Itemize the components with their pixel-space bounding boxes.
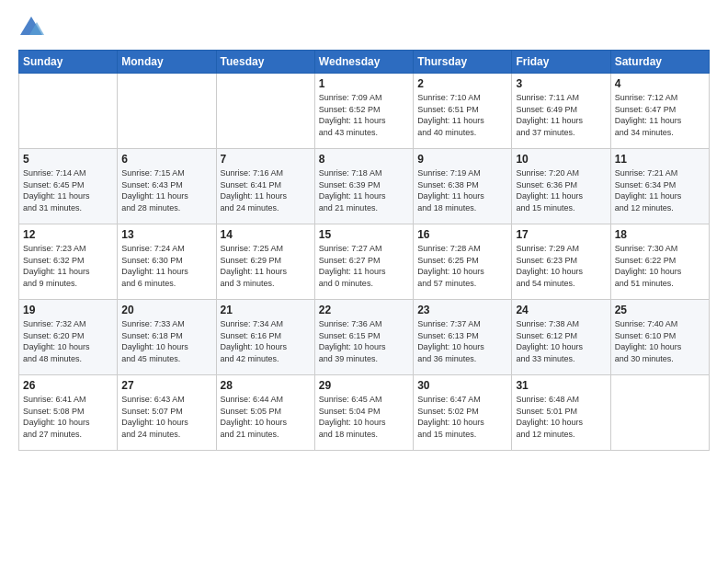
day-number: 9	[417, 153, 507, 166]
day-number: 1	[319, 77, 409, 90]
calendar-cell: 13Sunrise: 7:24 AM Sunset: 6:30 PM Dayli…	[118, 224, 216, 300]
day-info: Sunrise: 7:15 AM Sunset: 6:43 PM Dayligh…	[121, 167, 211, 213]
calendar-cell: 24Sunrise: 7:38 AM Sunset: 6:12 PM Dayli…	[512, 300, 610, 375]
calendar-cell: 30Sunrise: 6:47 AM Sunset: 5:02 PM Dayli…	[414, 375, 512, 451]
day-info: Sunrise: 7:25 AM Sunset: 6:29 PM Dayligh…	[221, 243, 311, 289]
day-info: Sunrise: 6:48 AM Sunset: 5:01 PM Dayligh…	[516, 394, 606, 440]
calendar-cell: 28Sunrise: 6:44 AM Sunset: 5:05 PM Dayli…	[216, 375, 314, 451]
day-number: 4	[615, 77, 705, 90]
calendar-cell: 10Sunrise: 7:20 AM Sunset: 6:36 PM Dayli…	[512, 149, 610, 224]
day-info: Sunrise: 7:32 AM Sunset: 6:20 PM Dayligh…	[23, 318, 113, 364]
day-number: 7	[221, 153, 311, 166]
week-row-1: 1Sunrise: 7:09 AM Sunset: 6:52 PM Daylig…	[19, 74, 710, 149]
day-info: Sunrise: 7:20 AM Sunset: 6:36 PM Dayligh…	[516, 167, 606, 213]
logo-icon	[18, 15, 44, 40]
day-number: 23	[417, 304, 507, 316]
day-info: Sunrise: 6:44 AM Sunset: 5:05 PM Dayligh…	[221, 394, 311, 440]
day-number: 13	[121, 228, 211, 241]
day-number: 31	[516, 379, 606, 392]
day-info: Sunrise: 7:10 AM Sunset: 6:51 PM Dayligh…	[417, 92, 507, 138]
week-row-2: 5Sunrise: 7:14 AM Sunset: 6:45 PM Daylig…	[19, 149, 710, 224]
weekday-header-row: SundayMondayTuesdayWednesdayThursdayFrid…	[19, 51, 710, 74]
day-number: 2	[417, 77, 507, 90]
day-number: 28	[221, 379, 311, 392]
day-info: Sunrise: 7:28 AM Sunset: 6:25 PM Dayligh…	[417, 243, 507, 289]
calendar-cell: 20Sunrise: 7:33 AM Sunset: 6:18 PM Dayli…	[118, 300, 216, 375]
day-number: 16	[417, 228, 507, 241]
calendar-cell: 9Sunrise: 7:19 AM Sunset: 6:38 PM Daylig…	[414, 149, 512, 224]
day-number: 20	[121, 304, 211, 316]
calendar-cell: 26Sunrise: 6:41 AM Sunset: 5:08 PM Dayli…	[19, 375, 118, 451]
day-number: 30	[417, 379, 507, 392]
day-info: Sunrise: 7:19 AM Sunset: 6:38 PM Dayligh…	[417, 167, 507, 213]
day-number: 21	[221, 304, 311, 316]
day-info: Sunrise: 7:27 AM Sunset: 6:27 PM Dayligh…	[319, 243, 409, 289]
week-row-4: 19Sunrise: 7:32 AM Sunset: 6:20 PM Dayli…	[19, 300, 710, 375]
calendar-cell: 27Sunrise: 6:43 AM Sunset: 5:07 PM Dayli…	[118, 375, 216, 451]
day-info: Sunrise: 7:36 AM Sunset: 6:15 PM Dayligh…	[319, 318, 409, 364]
calendar-cell: 18Sunrise: 7:30 AM Sunset: 6:22 PM Dayli…	[610, 224, 709, 300]
day-info: Sunrise: 7:12 AM Sunset: 6:47 PM Dayligh…	[615, 92, 705, 138]
calendar-cell: 21Sunrise: 7:34 AM Sunset: 6:16 PM Dayli…	[216, 300, 314, 375]
day-info: Sunrise: 6:41 AM Sunset: 5:08 PM Dayligh…	[23, 394, 113, 440]
day-number: 18	[615, 228, 705, 241]
calendar-cell: 5Sunrise: 7:14 AM Sunset: 6:45 PM Daylig…	[19, 149, 118, 224]
calendar-cell: 15Sunrise: 7:27 AM Sunset: 6:27 PM Dayli…	[314, 224, 413, 300]
day-info: Sunrise: 6:47 AM Sunset: 5:02 PM Dayligh…	[417, 394, 507, 440]
day-number: 11	[615, 153, 705, 166]
week-row-3: 12Sunrise: 7:23 AM Sunset: 6:32 PM Dayli…	[19, 224, 710, 300]
page: SundayMondayTuesdayWednesdayThursdayFrid…	[0, 0, 728, 563]
day-number: 26	[23, 379, 113, 392]
day-info: Sunrise: 7:11 AM Sunset: 6:49 PM Dayligh…	[516, 92, 606, 138]
weekday-header-wednesday: Wednesday	[314, 51, 413, 74]
logo	[18, 15, 48, 40]
calendar-cell: 4Sunrise: 7:12 AM Sunset: 6:47 PM Daylig…	[610, 74, 709, 149]
calendar-cell	[118, 74, 216, 149]
calendar-cell	[610, 375, 709, 451]
day-info: Sunrise: 7:33 AM Sunset: 6:18 PM Dayligh…	[121, 318, 211, 364]
calendar-cell	[216, 74, 314, 149]
day-number: 15	[319, 228, 409, 241]
weekday-header-monday: Monday	[118, 51, 216, 74]
day-info: Sunrise: 7:09 AM Sunset: 6:52 PM Dayligh…	[319, 92, 409, 138]
day-info: Sunrise: 7:24 AM Sunset: 6:30 PM Dayligh…	[121, 243, 211, 289]
day-number: 29	[319, 379, 409, 392]
calendar-cell: 17Sunrise: 7:29 AM Sunset: 6:23 PM Dayli…	[512, 224, 610, 300]
day-info: Sunrise: 7:23 AM Sunset: 6:32 PM Dayligh…	[23, 243, 113, 289]
calendar-cell: 25Sunrise: 7:40 AM Sunset: 6:10 PM Dayli…	[610, 300, 709, 375]
day-info: Sunrise: 6:43 AM Sunset: 5:07 PM Dayligh…	[121, 394, 211, 440]
calendar-cell: 29Sunrise: 6:45 AM Sunset: 5:04 PM Dayli…	[314, 375, 413, 451]
calendar-cell: 3Sunrise: 7:11 AM Sunset: 6:49 PM Daylig…	[512, 74, 610, 149]
calendar-cell: 2Sunrise: 7:10 AM Sunset: 6:51 PM Daylig…	[414, 74, 512, 149]
day-number: 19	[23, 304, 113, 316]
day-number: 25	[615, 304, 705, 316]
day-number: 27	[121, 379, 211, 392]
calendar-cell: 1Sunrise: 7:09 AM Sunset: 6:52 PM Daylig…	[314, 74, 413, 149]
header	[18, 15, 710, 40]
weekday-header-thursday: Thursday	[414, 51, 512, 74]
day-info: Sunrise: 7:21 AM Sunset: 6:34 PM Dayligh…	[615, 167, 705, 213]
calendar-cell: 8Sunrise: 7:18 AM Sunset: 6:39 PM Daylig…	[314, 149, 413, 224]
calendar-cell: 22Sunrise: 7:36 AM Sunset: 6:15 PM Dayli…	[314, 300, 413, 375]
day-info: Sunrise: 6:45 AM Sunset: 5:04 PM Dayligh…	[319, 394, 409, 440]
calendar-cell: 23Sunrise: 7:37 AM Sunset: 6:13 PM Dayli…	[414, 300, 512, 375]
day-number: 24	[516, 304, 606, 316]
day-info: Sunrise: 7:34 AM Sunset: 6:16 PM Dayligh…	[221, 318, 311, 364]
day-info: Sunrise: 7:30 AM Sunset: 6:22 PM Dayligh…	[615, 243, 705, 289]
calendar-cell: 7Sunrise: 7:16 AM Sunset: 6:41 PM Daylig…	[216, 149, 314, 224]
day-info: Sunrise: 7:37 AM Sunset: 6:13 PM Dayligh…	[417, 318, 507, 364]
day-info: Sunrise: 7:38 AM Sunset: 6:12 PM Dayligh…	[516, 318, 606, 364]
week-row-5: 26Sunrise: 6:41 AM Sunset: 5:08 PM Dayli…	[19, 375, 710, 451]
day-number: 14	[221, 228, 311, 241]
day-info: Sunrise: 7:40 AM Sunset: 6:10 PM Dayligh…	[615, 318, 705, 364]
day-number: 5	[23, 153, 113, 166]
day-number: 3	[516, 77, 606, 90]
day-number: 22	[319, 304, 409, 316]
day-number: 17	[516, 228, 606, 241]
weekday-header-friday: Friday	[512, 51, 610, 74]
calendar-cell: 11Sunrise: 7:21 AM Sunset: 6:34 PM Dayli…	[610, 149, 709, 224]
day-info: Sunrise: 7:18 AM Sunset: 6:39 PM Dayligh…	[319, 167, 409, 213]
day-info: Sunrise: 7:14 AM Sunset: 6:45 PM Dayligh…	[23, 167, 113, 213]
day-number: 8	[319, 153, 409, 166]
day-number: 12	[23, 228, 113, 241]
